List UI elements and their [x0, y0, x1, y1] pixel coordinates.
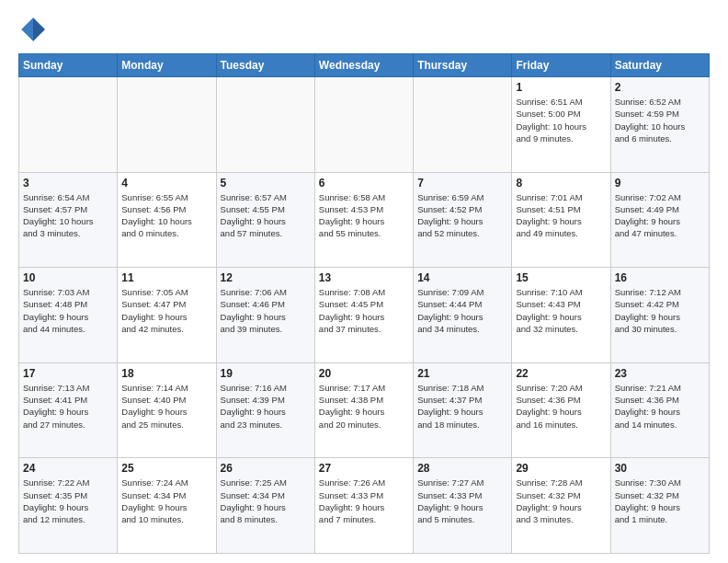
day-number: 20: [319, 367, 409, 380]
calendar-header: SundayMondayTuesdayWednesdayThursdayFrid…: [19, 54, 710, 77]
day-info: Sunrise: 7:12 AM Sunset: 4:42 PM Dayligh…: [615, 286, 705, 335]
day-cell: 8Sunrise: 7:01 AM Sunset: 4:51 PM Daylig…: [512, 172, 610, 268]
day-cell: 17Sunrise: 7:13 AM Sunset: 4:41 PM Dayli…: [19, 362, 118, 458]
day-header-thursday: Thursday: [414, 54, 512, 77]
day-cell: 29Sunrise: 7:28 AM Sunset: 4:32 PM Dayli…: [512, 458, 610, 554]
day-cell: [118, 77, 216, 173]
day-info: Sunrise: 6:57 AM Sunset: 4:55 PM Dayligh…: [221, 191, 311, 240]
week-row-1: 1Sunrise: 6:51 AM Sunset: 5:00 PM Daylig…: [19, 77, 710, 173]
day-cell: 15Sunrise: 7:10 AM Sunset: 4:43 PM Dayli…: [512, 268, 610, 363]
day-number: 2: [615, 81, 705, 94]
day-cell: 4Sunrise: 6:55 AM Sunset: 4:56 PM Daylig…: [118, 172, 216, 268]
day-info: Sunrise: 7:28 AM Sunset: 4:32 PM Dayligh…: [516, 477, 606, 525]
day-info: Sunrise: 6:51 AM Sunset: 5:00 PM Dayligh…: [516, 96, 606, 144]
day-info: Sunrise: 7:18 AM Sunset: 4:37 PM Dayligh…: [417, 382, 507, 431]
day-info: Sunrise: 7:17 AM Sunset: 4:38 PM Dayligh…: [319, 382, 409, 431]
svg-marker-1: [33, 17, 45, 41]
day-cell: 18Sunrise: 7:14 AM Sunset: 4:40 PM Dayli…: [118, 362, 216, 458]
day-number: 28: [417, 462, 507, 475]
day-number: 24: [23, 462, 113, 475]
day-cell: 3Sunrise: 6:54 AM Sunset: 4:57 PM Daylig…: [19, 172, 118, 268]
day-number: 17: [23, 367, 113, 380]
day-info: Sunrise: 7:30 AM Sunset: 4:32 PM Dayligh…: [615, 477, 705, 525]
day-info: Sunrise: 7:21 AM Sunset: 4:36 PM Dayligh…: [615, 382, 705, 431]
day-info: Sunrise: 7:26 AM Sunset: 4:33 PM Dayligh…: [319, 477, 409, 525]
day-info: Sunrise: 7:14 AM Sunset: 4:40 PM Dayligh…: [121, 382, 211, 431]
day-info: Sunrise: 7:16 AM Sunset: 4:39 PM Dayligh…: [221, 382, 311, 431]
week-row-2: 3Sunrise: 6:54 AM Sunset: 4:57 PM Daylig…: [19, 172, 710, 268]
day-cell: 24Sunrise: 7:22 AM Sunset: 4:35 PM Dayli…: [19, 458, 118, 554]
day-cell: 13Sunrise: 7:08 AM Sunset: 4:45 PM Dayli…: [314, 268, 413, 363]
header: [18, 15, 710, 44]
day-number: 30: [615, 462, 705, 475]
week-row-5: 24Sunrise: 7:22 AM Sunset: 4:35 PM Dayli…: [19, 458, 710, 554]
day-number: 18: [121, 367, 211, 380]
day-number: 26: [221, 462, 311, 475]
day-cell: 6Sunrise: 6:58 AM Sunset: 4:53 PM Daylig…: [314, 172, 413, 268]
day-cell: 27Sunrise: 7:26 AM Sunset: 4:33 PM Dayli…: [314, 458, 413, 554]
day-number: 13: [319, 271, 409, 284]
day-cell: 9Sunrise: 7:02 AM Sunset: 4:49 PM Daylig…: [610, 172, 709, 268]
day-cell: 14Sunrise: 7:09 AM Sunset: 4:44 PM Dayli…: [414, 268, 512, 363]
day-header-friday: Friday: [512, 54, 610, 77]
week-row-4: 17Sunrise: 7:13 AM Sunset: 4:41 PM Dayli…: [19, 362, 710, 458]
day-info: Sunrise: 6:54 AM Sunset: 4:57 PM Dayligh…: [23, 191, 113, 240]
logo: [18, 15, 51, 44]
day-number: 29: [516, 462, 606, 475]
day-number: 5: [221, 177, 311, 190]
day-info: Sunrise: 7:27 AM Sunset: 4:33 PM Dayligh…: [417, 477, 507, 525]
day-info: Sunrise: 6:58 AM Sunset: 4:53 PM Dayligh…: [319, 191, 409, 240]
day-cell: [216, 77, 314, 173]
day-number: 12: [221, 271, 311, 284]
header-row: SundayMondayTuesdayWednesdayThursdayFrid…: [19, 54, 710, 77]
day-cell: 25Sunrise: 7:24 AM Sunset: 4:34 PM Dayli…: [118, 458, 216, 554]
day-info: Sunrise: 7:02 AM Sunset: 4:49 PM Dayligh…: [615, 191, 705, 240]
day-cell: 7Sunrise: 6:59 AM Sunset: 4:52 PM Daylig…: [414, 172, 512, 268]
day-number: 22: [516, 367, 606, 380]
day-info: Sunrise: 6:52 AM Sunset: 4:59 PM Dayligh…: [615, 96, 705, 144]
calendar-table: SundayMondayTuesdayWednesdayThursdayFrid…: [18, 53, 710, 554]
day-cell: 10Sunrise: 7:03 AM Sunset: 4:48 PM Dayli…: [19, 268, 118, 363]
day-number: 25: [121, 462, 211, 475]
page: SundayMondayTuesdayWednesdayThursdayFrid…: [0, 0, 728, 563]
day-number: 27: [319, 462, 409, 475]
week-row-3: 10Sunrise: 7:03 AM Sunset: 4:48 PM Dayli…: [19, 268, 710, 363]
day-cell: 1Sunrise: 6:51 AM Sunset: 5:00 PM Daylig…: [512, 77, 610, 173]
day-info: Sunrise: 7:05 AM Sunset: 4:47 PM Dayligh…: [121, 286, 211, 335]
day-info: Sunrise: 7:20 AM Sunset: 4:36 PM Dayligh…: [516, 382, 606, 431]
day-number: 11: [121, 271, 211, 284]
day-number: 16: [615, 271, 705, 284]
day-number: 4: [121, 177, 211, 190]
logo-icon: [18, 15, 48, 44]
day-info: Sunrise: 7:08 AM Sunset: 4:45 PM Dayligh…: [319, 286, 409, 335]
day-cell: [19, 77, 118, 173]
day-number: 23: [615, 367, 705, 380]
day-info: Sunrise: 7:22 AM Sunset: 4:35 PM Dayligh…: [23, 477, 113, 525]
day-number: 8: [516, 177, 606, 190]
day-cell: 5Sunrise: 6:57 AM Sunset: 4:55 PM Daylig…: [216, 172, 314, 268]
day-number: 3: [23, 177, 113, 190]
day-number: 21: [417, 367, 507, 380]
day-cell: 22Sunrise: 7:20 AM Sunset: 4:36 PM Dayli…: [512, 362, 610, 458]
day-cell: 16Sunrise: 7:12 AM Sunset: 4:42 PM Dayli…: [610, 268, 709, 363]
day-number: 15: [516, 271, 606, 284]
day-header-tuesday: Tuesday: [216, 54, 314, 77]
day-cell: [414, 77, 512, 173]
day-cell: 26Sunrise: 7:25 AM Sunset: 4:34 PM Dayli…: [216, 458, 314, 554]
day-cell: 11Sunrise: 7:05 AM Sunset: 4:47 PM Dayli…: [118, 268, 216, 363]
day-info: Sunrise: 7:03 AM Sunset: 4:48 PM Dayligh…: [23, 286, 113, 335]
day-info: Sunrise: 6:59 AM Sunset: 4:52 PM Dayligh…: [417, 191, 507, 240]
day-number: 1: [516, 81, 606, 94]
day-cell: 23Sunrise: 7:21 AM Sunset: 4:36 PM Dayli…: [610, 362, 709, 458]
day-header-wednesday: Wednesday: [314, 54, 413, 77]
day-info: Sunrise: 7:09 AM Sunset: 4:44 PM Dayligh…: [417, 286, 507, 335]
day-info: Sunrise: 7:06 AM Sunset: 4:46 PM Dayligh…: [221, 286, 311, 335]
day-info: Sunrise: 6:55 AM Sunset: 4:56 PM Dayligh…: [121, 191, 211, 240]
day-info: Sunrise: 7:01 AM Sunset: 4:51 PM Dayligh…: [516, 191, 606, 240]
day-cell: 20Sunrise: 7:17 AM Sunset: 4:38 PM Dayli…: [314, 362, 413, 458]
day-number: 14: [417, 271, 507, 284]
day-number: 10: [23, 271, 113, 284]
day-info: Sunrise: 7:24 AM Sunset: 4:34 PM Dayligh…: [121, 477, 211, 525]
day-header-saturday: Saturday: [610, 54, 709, 77]
day-cell: 2Sunrise: 6:52 AM Sunset: 4:59 PM Daylig…: [610, 77, 709, 173]
